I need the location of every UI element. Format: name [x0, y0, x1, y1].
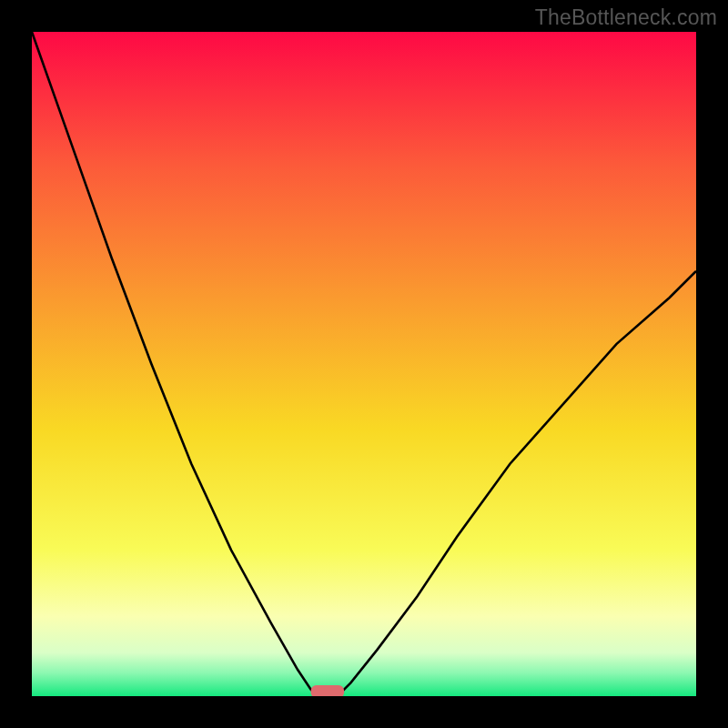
plot-area — [32, 32, 696, 696]
bottleneck-marker — [311, 685, 345, 696]
gradient-background — [32, 32, 696, 696]
watermark-text: TheBottleneck.com — [535, 5, 717, 30]
chart-frame: TheBottleneck.com — [0, 0, 728, 728]
chart-canvas — [32, 32, 696, 696]
